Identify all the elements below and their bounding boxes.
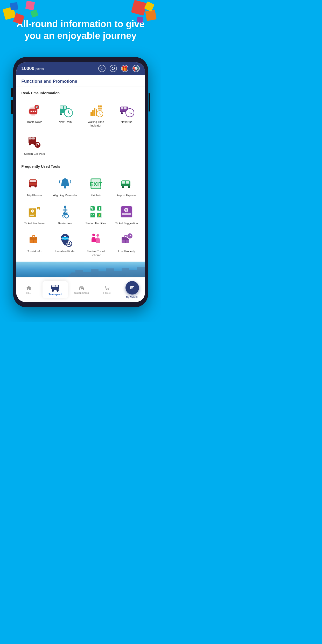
shops-icon [79, 285, 84, 291]
svg-rect-133 [131, 287, 134, 289]
svg-point-82 [92, 209, 93, 210]
station-carpark-item[interactable]: P Station Car Park [20, 132, 49, 158]
svg-rect-9 [60, 106, 63, 109]
svg-rect-31 [121, 107, 123, 109]
trip-planner-item[interactable]: Trip Planner [20, 174, 49, 199]
next-train-item[interactable]: Next Train [51, 100, 79, 130]
svg-rect-50 [30, 180, 33, 182]
svg-point-11 [60, 113, 62, 115]
points-display: 10000 points [22, 66, 44, 71]
estore-nav-label: e-Store [103, 292, 111, 294]
svg-point-5 [34, 111, 36, 112]
ticket-suggestion-item[interactable]: $ Ticket Suggestion [113, 202, 141, 227]
svg-text:Admiralty: Admiralty [61, 237, 69, 240]
svg-rect-129 [81, 289, 83, 290]
status-icons: ☆ ↻ 🎁 📢 [98, 65, 140, 72]
refresh-icon[interactable]: ↻ [110, 65, 117, 72]
tourist-info-item[interactable]: Tourist Info [20, 230, 49, 259]
realtime-title: Real-Time Information [16, 87, 145, 98]
tourist-info-icon [26, 232, 43, 248]
svg-rect-86 [99, 208, 100, 210]
svg-text:EXIT: EXIT [89, 181, 102, 187]
svg-point-130 [106, 289, 107, 290]
svg-point-79 [62, 215, 64, 217]
svg-point-131 [108, 289, 109, 290]
instation-finder-icon: Admiralty [57, 232, 73, 248]
traffic-news-item[interactable]: 📢 Traffic News [20, 100, 49, 130]
svg-rect-72 [30, 215, 34, 216]
next-bus-label: Next Bus [121, 120, 132, 124]
nav-station-shops[interactable]: Station Shops [69, 284, 94, 296]
airport-express-item[interactable]: Airport Express [113, 174, 141, 199]
gift-icon[interactable]: 🎁 [121, 65, 128, 72]
points-number: 10000 [22, 66, 34, 71]
buildings-silhouette [68, 265, 145, 277]
student-travel-label: Student Travel Scheme [83, 249, 109, 257]
station-facilities-item[interactable]: ⚡ Station Facilities [82, 202, 110, 227]
svg-point-4 [32, 111, 34, 112]
waiting-time-icon [88, 102, 104, 118]
ticket-purchase-item[interactable]: $ Ticket Purchase [20, 202, 49, 227]
nav-transport[interactable]: Transport [43, 281, 68, 298]
station-facilities-label: Station Facilities [86, 221, 106, 225]
svg-marker-73 [37, 207, 40, 210]
points-text: points [36, 67, 44, 71]
bottom-nav: Ho... Transport [16, 277, 145, 302]
lost-property-item[interactable]: ? Lost Property [113, 230, 141, 259]
ticket-purchase-label: Ticket Purchase [24, 221, 45, 225]
instation-finder-item[interactable]: Admiralty In-station Finder [51, 230, 79, 259]
svg-rect-10 [64, 106, 66, 109]
svg-point-57 [64, 187, 66, 188]
ticket-suggestion-label: Ticket Suggestion [115, 221, 138, 225]
home-icon [26, 285, 32, 291]
student-travel-icon [88, 232, 104, 248]
barrier-free-item[interactable]: Barrier-free [51, 202, 79, 227]
alighting-reminder-item[interactable]: Alighting Reminder [51, 174, 79, 199]
nav-estore[interactable]: e-Store [94, 284, 120, 296]
realtime-grid: 📢 Traffic News [16, 98, 145, 160]
hero-title: All-round information to give you an enj… [5, 18, 156, 41]
station-carpark-label: Station Car Park [24, 152, 45, 156]
waiting-time-item[interactable]: Waiting Time Indicator [82, 100, 110, 130]
svg-rect-128 [80, 288, 81, 290]
trip-planner-icon [26, 176, 43, 192]
svg-rect-115 [125, 235, 127, 237]
shops-nav-label: Station Shops [74, 292, 89, 294]
nav-home[interactable]: Ho... [16, 284, 42, 296]
svg-rect-63 [126, 181, 129, 184]
cart-icon [104, 285, 110, 291]
app-content: Functions and Promotions Real-Time Infor… [16, 75, 145, 302]
next-bus-item[interactable]: Next Bus [113, 100, 141, 130]
svg-rect-102 [33, 235, 35, 237]
exit-info-icon: EXIT [88, 176, 104, 192]
svg-rect-99 [128, 213, 131, 215]
svg-rect-56 [64, 186, 66, 187]
lost-property-label: Lost Property [118, 249, 135, 253]
svg-text:P: P [36, 143, 39, 147]
airport-express-label: Airport Express [117, 193, 136, 197]
functions-header: Functions and Promotions [16, 75, 145, 87]
svg-point-34 [121, 112, 123, 114]
svg-point-3 [30, 111, 32, 112]
nav-my-tickets[interactable]: My Tickets [120, 279, 145, 300]
traffic-news-icon: 📢 [26, 102, 43, 118]
svg-point-85 [99, 207, 100, 208]
star-icon[interactable]: ☆ [98, 65, 106, 72]
exit-info-item[interactable]: EXIT Exit Info [82, 174, 110, 199]
svg-text:?: ? [129, 234, 131, 238]
next-train-label: Next Train [59, 120, 72, 124]
svg-point-40 [130, 113, 130, 113]
megaphone-icon[interactable]: 📢 [132, 65, 140, 72]
student-travel-item[interactable]: Student Travel Scheme [82, 230, 110, 259]
svg-rect-19 [92, 110, 94, 116]
phone-screen: 10000 points ☆ ↻ 🎁 📢 Functions and Promo… [16, 62, 145, 302]
svg-text:📢: 📢 [35, 106, 39, 109]
waiting-time-label: Waiting Time Indicator [83, 120, 109, 128]
barrier-free-icon [57, 204, 73, 220]
svg-rect-32 [124, 107, 127, 109]
next-train-icon [57, 102, 73, 118]
exit-info-label: Exit Info [91, 193, 101, 197]
svg-point-125 [52, 290, 54, 292]
svg-rect-98 [125, 213, 128, 215]
my-tickets-circle [125, 281, 139, 295]
